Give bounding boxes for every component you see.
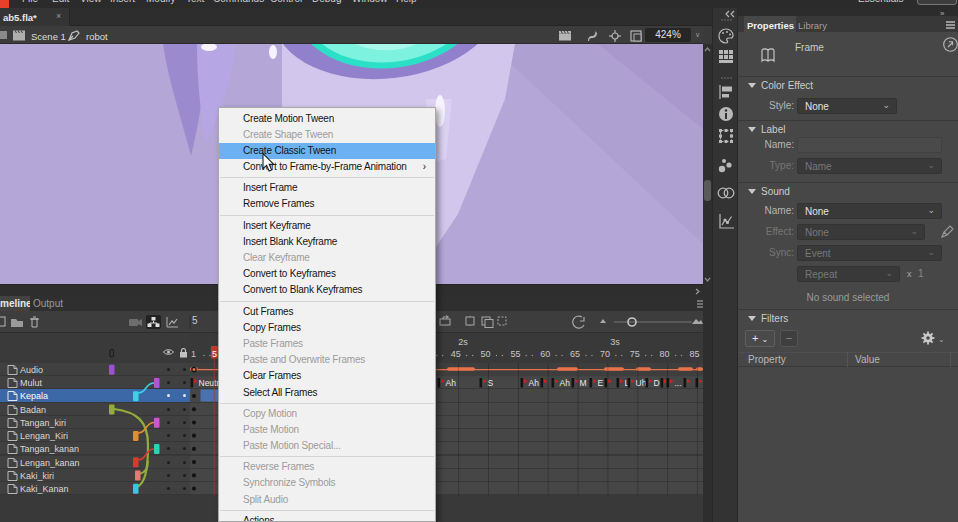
svg-text:65: 65 bbox=[570, 349, 580, 359]
svg-text:50: 50 bbox=[480, 349, 490, 359]
svg-text:3s: 3s bbox=[610, 337, 620, 347]
svg-text:55: 55 bbox=[510, 349, 520, 359]
svg-text:45: 45 bbox=[451, 349, 461, 359]
svg-text:75: 75 bbox=[630, 349, 640, 359]
svg-text:1: 1 bbox=[191, 349, 196, 359]
svg-text:5: 5 bbox=[212, 349, 217, 359]
svg-text:60: 60 bbox=[540, 349, 550, 359]
svg-text:80: 80 bbox=[660, 349, 670, 359]
svg-text:85: 85 bbox=[689, 349, 699, 359]
svg-text:2s: 2s bbox=[458, 337, 468, 347]
svg-text:70: 70 bbox=[600, 349, 610, 359]
